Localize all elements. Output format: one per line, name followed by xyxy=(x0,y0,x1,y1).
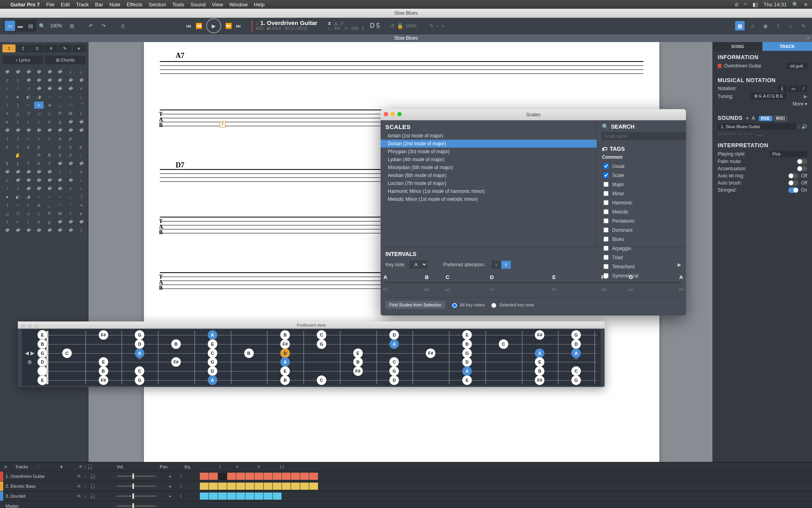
fretboard-next-button[interactable]: ▶ xyxy=(31,350,34,356)
fret-note[interactable]: C xyxy=(389,357,399,367)
design-mode-button[interactable]: ⊞ xyxy=(67,21,77,31)
palette-item[interactable]: ∿ xyxy=(76,202,86,209)
fret-note[interactable]: G xyxy=(135,375,144,385)
increase-button[interactable]: + xyxy=(442,23,445,29)
palette-item[interactable]: e xyxy=(2,118,12,125)
tracks-collapse-icon[interactable]: ▾ xyxy=(60,464,63,470)
fretboard-title[interactable]: Fretboard view xyxy=(18,321,605,329)
palette-item[interactable]: ◡ xyxy=(55,102,65,109)
find-scales-button[interactable]: Find Scales from Selection xyxy=(385,301,445,309)
palette-item[interactable]: � xyxy=(55,160,65,167)
add-track-button[interactable]: + xyxy=(4,464,7,470)
palette-item[interactable]: ♬ xyxy=(2,77,12,84)
palette-item[interactable]: � xyxy=(45,177,54,184)
palette-item[interactable]: � xyxy=(13,177,23,184)
palette-item[interactable]: � xyxy=(34,177,44,184)
volume-slider[interactable] xyxy=(117,495,156,497)
palette-item[interactable]: � xyxy=(45,168,54,175)
fret-note[interactable]: G xyxy=(389,366,399,376)
palette-item[interactable]: ♯ xyxy=(13,185,23,192)
visibility-icon[interactable]: 👁 xyxy=(77,494,81,499)
palette-item[interactable]: ♭ xyxy=(76,177,86,184)
palette-item[interactable]: M xyxy=(55,210,65,217)
palette-item[interactable]: e xyxy=(76,210,86,217)
palette-item[interactable]: ◠ xyxy=(55,202,65,209)
palette-item[interactable]: × xyxy=(76,85,86,92)
scale-item[interactable]: Ionian (1st mode of major) xyxy=(381,132,597,140)
palette-item[interactable]: t xyxy=(13,118,23,125)
palette-item[interactable]: � xyxy=(34,85,44,92)
scale-item[interactable]: Phrygian (3rd mode of major) xyxy=(381,148,597,156)
zoom-icon[interactable]: 🔍 xyxy=(39,23,45,29)
palette-item[interactable]: p xyxy=(76,143,86,150)
palette-item[interactable]: ⤵ xyxy=(2,202,12,209)
palette-item[interactable]: ◑ xyxy=(23,193,33,200)
palette-item[interactable]: △ xyxy=(2,210,12,217)
palette-item[interactable]: P xyxy=(45,210,54,217)
fret-note[interactable]: G xyxy=(317,339,326,349)
mute-icon[interactable]: ♪ xyxy=(84,474,87,479)
scale-item[interactable]: Harmonic Minor (1st mode of harmonic min… xyxy=(381,187,597,195)
notation-tab[interactable]: ▭ xyxy=(788,85,799,92)
track-clips[interactable] xyxy=(200,483,812,490)
palette-item[interactable]: ◇ xyxy=(23,210,33,217)
palette-item[interactable]: M xyxy=(66,110,75,117)
fret-note[interactable]: C xyxy=(62,348,72,358)
palette-item[interactable]: � xyxy=(76,218,86,225)
all-key-notes-radio[interactable]: All key notes xyxy=(450,302,485,308)
tag-blues[interactable]: Blues xyxy=(602,235,681,244)
palette-item[interactable]: o xyxy=(66,143,75,150)
palette-item[interactable]: ♮ xyxy=(13,85,23,92)
fret-note[interactable]: D xyxy=(389,330,399,340)
fret-note[interactable]: G xyxy=(208,357,217,367)
palette-item[interactable]: ≋ xyxy=(45,102,54,109)
sound-preset[interactable]: 1. Slow Blues Guitar xyxy=(718,123,797,130)
speed-lock-icon[interactable]: 🔒 xyxy=(397,23,403,29)
palette-item[interactable]: ⤴ xyxy=(2,102,12,109)
fret-note[interactable]: E xyxy=(37,375,48,385)
track-row[interactable]: 3. Drumkit👁♪🎧●⦀ xyxy=(0,491,812,501)
rewind-button[interactable]: ⏪ xyxy=(195,23,202,29)
palette-item[interactable]: ♫ xyxy=(13,77,23,84)
fret-note[interactable]: F# xyxy=(280,339,290,349)
tag-scale[interactable]: Scale xyxy=(602,171,681,180)
palette-item[interactable]: ◡ xyxy=(45,202,54,209)
solo-icon[interactable]: 🎧 xyxy=(90,484,96,489)
scale-item[interactable]: Lydian (4th mode of major) xyxy=(381,156,597,164)
fretboard[interactable]: ◀▶ ⚙ EBGDAECF#EBF#GDACGBF#AECGDABBF#DAEB… xyxy=(22,329,601,386)
tuner-icon[interactable]: ⎎ xyxy=(341,21,343,26)
palette-item[interactable]: → xyxy=(34,193,44,200)
fret-note[interactable]: E xyxy=(462,330,472,340)
fret-note[interactable]: G xyxy=(571,330,581,340)
palette-item[interactable]: □ xyxy=(34,210,44,217)
palette-item[interactable]: � xyxy=(23,185,33,192)
menu-view[interactable]: View xyxy=(212,2,223,8)
palette-item[interactable]: � xyxy=(66,85,75,92)
menu-help[interactable]: Help xyxy=(254,2,265,8)
palette-item[interactable]: � xyxy=(34,77,44,84)
zoom-icon[interactable] xyxy=(34,324,39,329)
fret-note[interactable]: G xyxy=(571,375,581,385)
tab-song[interactable]: SONG xyxy=(713,42,762,51)
fret-note[interactable]: C xyxy=(135,366,144,376)
fret-note[interactable]: A xyxy=(535,348,544,358)
skip-end-button[interactable]: ⏭ xyxy=(236,23,241,29)
section-edit[interactable]: ✎ xyxy=(58,44,71,52)
scale-item[interactable]: Locrian (7th mode of major) xyxy=(381,179,597,187)
palette-item[interactable]: � xyxy=(66,227,75,234)
tuning-play-button[interactable]: ▶ xyxy=(804,94,807,99)
fret-note[interactable]: D xyxy=(135,339,144,349)
undo-button[interactable]: ↶ xyxy=(86,21,96,31)
track-short-name[interactable]: od.guit. xyxy=(787,63,807,69)
master-volume-slider[interactable] xyxy=(117,505,156,507)
close-icon[interactable] xyxy=(21,324,25,329)
palette-item[interactable]: △ xyxy=(13,110,23,117)
track-clips[interactable] xyxy=(200,493,812,500)
palette-item[interactable]: a xyxy=(55,135,65,142)
screen-view-button[interactable]: ▬ xyxy=(15,21,25,31)
palette-item[interactable]: ♮ xyxy=(2,185,12,192)
palette-item[interactable]: � xyxy=(55,77,65,84)
print-button[interactable]: ⎙ xyxy=(118,21,128,31)
lyrics-button[interactable]: ♪ Lyrics xyxy=(2,56,43,64)
palette-item[interactable]: ≈ xyxy=(34,102,44,109)
